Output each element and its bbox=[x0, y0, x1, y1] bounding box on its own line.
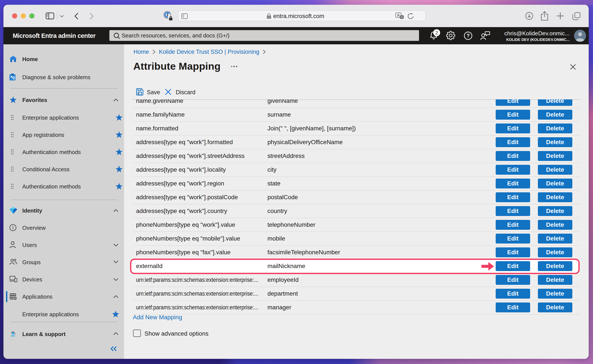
svg-text:x: x bbox=[401, 15, 402, 19]
svg-text:A: A bbox=[397, 13, 400, 17]
svg-text:?: ? bbox=[466, 33, 470, 38]
